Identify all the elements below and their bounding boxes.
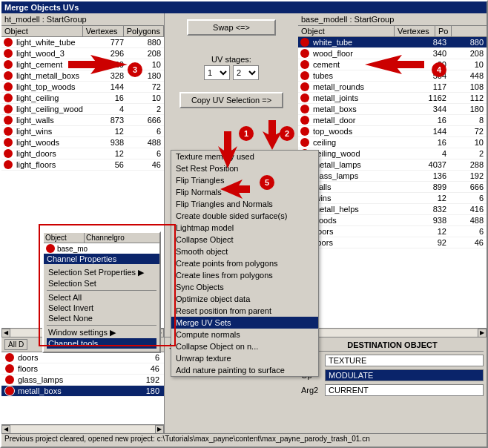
table-row[interactable]: ceiling 16 10 (298, 137, 487, 148)
channel-tools[interactable]: Channel tools (47, 338, 156, 349)
bottom-scroll-h[interactable]: ◀ ▶ (1, 424, 164, 433)
arg1-value: TEXTURE (325, 355, 484, 366)
table-row[interactable]: floors 92 46 (298, 237, 487, 248)
ctx-add-nature[interactable]: Add nature painting to surface (171, 364, 318, 376)
ctx-flip-tri[interactable]: Flip Triangles (171, 174, 318, 186)
right-scroll-h[interactable]: ◀ ▶ (298, 328, 487, 337)
table-row[interactable]: metall_boxs 344 180 (298, 104, 487, 115)
row-name: light_floors (15, 160, 90, 169)
copy-uv-button[interactable]: Copy UV Selection => (179, 92, 283, 108)
row-dot (300, 138, 309, 147)
ctx-reset-pos[interactable]: Reset position from parent (171, 305, 318, 317)
table-row[interactable]: metall_lamps 4037 288 (298, 159, 487, 171)
row-name: top_woods (311, 127, 412, 136)
table-row[interactable]: light_ceiling_wood 4 2 (1, 104, 164, 115)
context-menu[interactable]: Texture memory used Set Rest Position Fl… (171, 150, 319, 377)
bottom-row[interactable]: glass_lamps 192 (1, 375, 164, 386)
ctx-collapse-on[interactable]: Collapse Object on n... (171, 340, 318, 352)
bottom-scroll-right[interactable]: ▶ (155, 425, 164, 434)
all-button[interactable]: All D (4, 339, 27, 350)
table-row[interactable]: light_doors 12 6 (1, 148, 164, 159)
ctx-lightmap[interactable]: Lightmap model (171, 222, 318, 234)
ctx-texture-memory[interactable]: Texture memory used (171, 151, 318, 162)
table-row[interactable]: woods 938 488 (298, 215, 487, 226)
ctx-merge-uv[interactable]: Merge UV Sets (171, 317, 318, 329)
ctx-optimize[interactable]: Optimize object data (171, 293, 318, 305)
table-row[interactable]: light_walls 873 666 (1, 115, 164, 126)
selection-set-props[interactable]: Selection Set Properties ▶ (47, 267, 156, 278)
row-polys: 488 (127, 138, 164, 147)
row-verts: 20 (90, 60, 127, 69)
row-verts: 144 (90, 82, 127, 91)
select-all[interactable]: Select All (47, 292, 156, 303)
bottom-row[interactable]: metall_boxs 180 (1, 386, 164, 397)
ctx-set-rest[interactable]: Set Rest Position (171, 162, 318, 174)
row-name: metall_boxs (16, 386, 125, 395)
table-row[interactable]: metall_door 16 8 (298, 115, 487, 126)
row-dot (300, 49, 309, 58)
uv-stage-1-select[interactable]: 12 (204, 65, 230, 80)
ctx-unwrap[interactable]: Unwrap texture (171, 352, 318, 364)
table-row[interactable]: light_ceiling 16 10 (1, 93, 164, 104)
row-dot (4, 127, 13, 136)
right-scroll-track[interactable] (307, 329, 478, 337)
ctx-lines-from-poly[interactable]: Create lines from polygons (171, 269, 318, 281)
ctx-sync[interactable]: Sync Objects (171, 281, 318, 293)
table-row[interactable]: light_woods 938 488 (1, 137, 164, 148)
ctx-points-from-poly[interactable]: Create points from polygons (171, 257, 318, 269)
right-scroll-right[interactable]: ▶ (478, 329, 487, 337)
ctx-smooth[interactable]: Smooth object (171, 246, 318, 257)
right-table-body[interactable]: white_tube 843 880 wood_floor 340 208 ce… (298, 37, 487, 328)
row-value: 192 (125, 375, 162, 384)
scroll-left[interactable]: ◀ (1, 329, 10, 337)
table-row[interactable]: doors 12 6 (298, 226, 487, 237)
row-name: light_wood_3 (15, 49, 90, 58)
table-row[interactable]: top_woods 144 72 (298, 126, 487, 137)
swap-button[interactable]: Swap <=> (187, 19, 276, 36)
sub-dot (46, 244, 55, 253)
row-dot (300, 38, 309, 47)
right-col-verts: Vertexes (395, 26, 435, 36)
row-verts: 144 (412, 127, 449, 136)
table-row[interactable]: iwins 12 6 (298, 193, 487, 204)
row-dot (4, 93, 13, 102)
row-value: 6 (125, 353, 162, 362)
table-row[interactable]: light_wood_3 296 208 (1, 48, 164, 59)
table-row[interactable]: ceiling_wood 4 2 (298, 148, 487, 159)
table-row[interactable]: metall_rounds 117 108 (298, 82, 487, 93)
table-row[interactable]: metall_helps 832 416 (298, 204, 487, 215)
bottom-scroll-left[interactable]: ◀ (1, 425, 10, 434)
sub-object-name: base_mo (57, 245, 88, 253)
status-bar: Previous project cleared, opened new pro… (1, 433, 487, 445)
table-row[interactable]: cement 20 10 (298, 59, 487, 70)
ctx-flip-tri-normals[interactable]: Flip Triangles and Normals (171, 198, 318, 210)
table-row[interactable]: metall_joints 1162 112 (298, 93, 487, 104)
ctx-double-sided[interactable]: Create double sided surface(s) (171, 210, 318, 222)
table-row[interactable]: wood_floor 340 208 (298, 48, 487, 59)
row-polys: 6 (127, 127, 164, 136)
selection-set[interactable]: Selection Set (47, 278, 156, 289)
row-verts: 344 (412, 105, 449, 113)
left-table-header: Object Vertexes Polygons (1, 26, 164, 37)
row-dot (300, 60, 309, 69)
window-settings[interactable]: Window settings ▶ (47, 327, 156, 338)
bottom-scroll-track[interactable] (10, 426, 155, 433)
table-row[interactable]: tubes 504 448 (298, 70, 487, 82)
table-row[interactable]: light_floors 56 46 (1, 159, 164, 171)
bottom-row[interactable]: doors 6 (1, 352, 164, 363)
ctx-collapse[interactable]: Collapse Object (171, 234, 318, 246)
table-row[interactable]: light_wins 12 6 (1, 126, 164, 137)
select-invert[interactable]: Select Invert (47, 303, 156, 313)
table-row[interactable]: light_top_woods 144 72 (1, 82, 164, 93)
bottom-list[interactable]: doors 6 floors 46 glass_lamps 192 metall… (1, 352, 164, 424)
uv-stage-2-select[interactable]: 21 (233, 65, 259, 80)
sub-panel[interactable]: Object Channelgro base_mo Channel Proper… (42, 231, 161, 353)
select-none[interactable]: Select None (47, 313, 156, 323)
ctx-flip-normals[interactable]: Flip Normals (171, 186, 318, 198)
table-row[interactable]: light_white_tube 777 880 (1, 37, 164, 48)
table-row[interactable]: walls 899 666 (298, 182, 487, 193)
bottom-row[interactable]: floors 46 (1, 363, 164, 375)
table-row[interactable]: white_tube 843 880 (298, 37, 487, 48)
table-row[interactable]: glass_lamps 136 192 (298, 171, 487, 182)
ctx-compute-normals[interactable]: Compute normals (171, 329, 318, 340)
